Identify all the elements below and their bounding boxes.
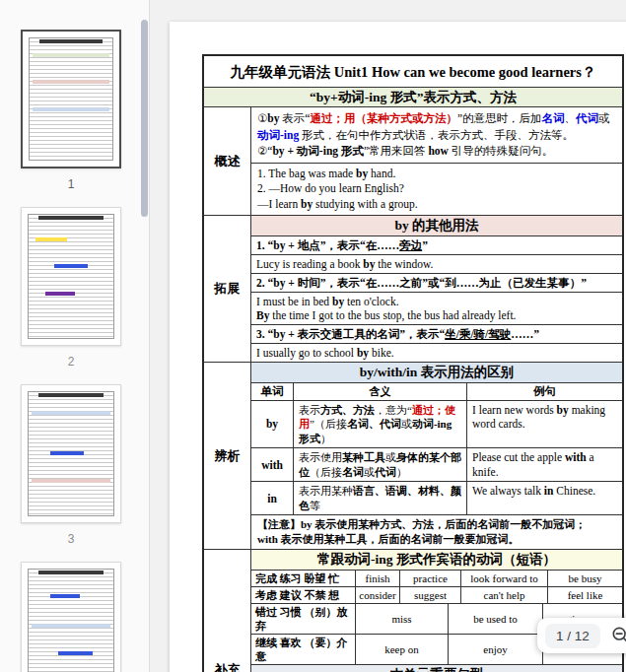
section-band-by-ing: “by+动词-ing 形式”表示方式、方法 (204, 87, 622, 106)
col-header-word: 单词 (251, 383, 294, 400)
usage-rule: 1. “by + 地点”，表示“在……旁边” (251, 235, 622, 254)
section-extension: 拓展 by 的其他用法 1. “by + 地点”，表示“在……旁边” Lucy … (204, 215, 622, 362)
viewer-toolbar: 1 / 12 (537, 618, 626, 653)
page-thumbnail[interactable] (21, 384, 121, 523)
comparison-row: with 表示使用某种工具或身体的某个部位（后接名词或代词） Please cu… (251, 447, 622, 481)
section-overview: 概述 ①by 表示“通过；用（某种方式或方法）”的意思时，后加名词、代词或动词-… (204, 106, 622, 215)
usage-example: I must be in bed by ten o'clock. By the … (251, 292, 622, 324)
page-indicator: 1 / 12 (545, 624, 600, 648)
zoom-out-icon[interactable] (609, 624, 626, 647)
band-key-patterns: 本单元重要句型 (251, 664, 622, 672)
thumbnail-item: 3 (21, 384, 121, 546)
verb-row: 考虑 建议 不禁 想 consider suggest can't help f… (251, 586, 622, 603)
overview-examples: 1. The bag was made by hand. 2. —How do … (251, 163, 622, 216)
section-label: 辨析 (204, 363, 251, 549)
band-by-with-in: by/with/in 表示用法的区别 (251, 363, 622, 382)
section-label: 拓展 (204, 216, 251, 362)
document-page: 九年级单元语法 Unit1 How can we become good lea… (170, 22, 626, 672)
thumbnail-content (28, 214, 114, 339)
usage-rule: 3. “by + 表示交通工具的名词”，表示“坐/乘/骑/驾驶……” (251, 324, 622, 343)
thumbnail-page-number: 1 (68, 177, 75, 191)
page-thumbnail[interactable] (21, 562, 121, 672)
col-header-example: 例句 (467, 383, 622, 400)
page-thumbnail[interactable] (21, 207, 121, 346)
thumbnail-panel: 1 2 3 4 (0, 0, 150, 672)
doc-title: 九年级单元语法 Unit1 How can we become good lea… (204, 56, 622, 87)
section-label: 补充 (204, 550, 251, 672)
band-other-usages: by 的其他用法 (251, 216, 622, 235)
usage-rule: 2. “by + 时间”，表示“在……之前”或“到……为止（已发生某事）” (251, 273, 622, 292)
thumbnail-item: 2 (21, 207, 121, 369)
thumbnail-list: 1 2 3 4 (0, 0, 142, 672)
thumbnail-content (28, 569, 114, 672)
viewer-main: 九年级单元语法 Unit1 How can we become good lea… (151, 0, 626, 672)
sidebar-scrollbar[interactable] (141, 20, 148, 217)
band-ing-verbs: 常跟动词-ing 形式作宾语的动词（短语） (251, 550, 622, 570)
thumbnail-item: 4 (21, 562, 121, 672)
section-label: 概述 (204, 107, 251, 215)
section-discrimination: 辨析 by/with/in 表示用法的区别 单词 含义 例句 by 表示方式、方… (204, 362, 622, 549)
col-header-meaning: 含义 (294, 383, 467, 400)
usage-example: Lucy is reading a book by the window. (251, 254, 622, 273)
grammar-table: 九年级单元语法 Unit1 How can we become good lea… (202, 54, 624, 672)
thumbnail-page-number: 2 (68, 355, 75, 369)
page-thumbnail[interactable] (21, 30, 121, 168)
thumbnail-item: 1 (21, 30, 121, 191)
thumbnail-content (28, 391, 114, 516)
comparison-note: 【注意】by 表示使用某种方式、方法，后面的名词前一般不加冠词； with 表示… (251, 514, 622, 549)
comparison-row: in 表示用某种语言、语调、材料、颜色等 We always talk in C… (251, 481, 622, 514)
comparison-row: by 表示方式、方法，意为“通过；使用”（后接名词、代词或动词-ing 形式） … (251, 400, 622, 448)
section-supplement: 补充 常跟动词-ing 形式作宾语的动词（短语） 完成 练习 盼望 忙 fini… (204, 549, 622, 672)
verb-row: 完成 练习 盼望 忙 finish practice look forward … (251, 570, 622, 586)
thumbnail-page-number: 3 (68, 532, 75, 546)
usage-example: I usually go to school by bike. (251, 343, 622, 362)
comparison-header-row: 单词 含义 例句 (251, 382, 622, 400)
overview-explanation: ①by 表示“通过；用（某种方式或方法）”的意思时，后加名词、代词或动词-ing… (251, 107, 622, 163)
thumbnail-content (29, 37, 113, 161)
